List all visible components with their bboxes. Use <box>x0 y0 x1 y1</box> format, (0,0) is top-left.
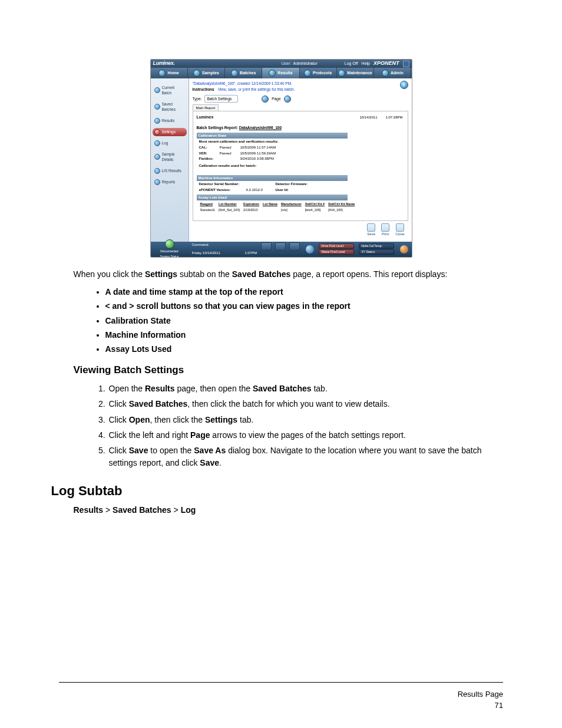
app-screenshot: Luminex. User: Administrator Log Off Hel… <box>150 59 412 258</box>
tab-label: Samples <box>202 70 219 76</box>
window-control-icon[interactable] <box>403 61 409 67</box>
fluid-level-pill: Drive Fluid Level: <box>319 243 354 249</box>
instructions-text: View, save, or print the settings for th… <box>218 87 295 92</box>
user-label: User: <box>282 61 292 67</box>
step-item: Open the Results page, then open the Sav… <box>108 383 489 394</box>
section-calibration-header: Calibration State <box>197 133 348 139</box>
sidebar-item-current-batch[interactable]: Current Batch <box>153 84 187 97</box>
footer-page-number: 71 <box>458 700 503 711</box>
tab-icon <box>231 70 238 77</box>
tab-batches[interactable]: Batches <box>225 68 262 78</box>
assay-cell <box>263 208 280 213</box>
assay-col-header: Lot Name <box>263 202 280 207</box>
info-icon[interactable]: i <box>400 81 408 89</box>
sidebar-item-saved-batches[interactable]: Saved Batches <box>153 100 187 114</box>
tab-samples[interactable]: Samples <box>188 68 225 78</box>
report-title-batch: DataAnalysisInit96_100 <box>239 126 282 130</box>
main-panel: i "DataAnalysisInit96_100", created 12/1… <box>189 78 412 242</box>
eject-button[interactable] <box>289 242 300 251</box>
machine-row: Detector Serial Number:Detector Firmware… <box>199 182 404 187</box>
sidebar-label: Settings <box>162 129 176 134</box>
assay-col-header: Std/Ctrl Kit Name <box>328 202 357 207</box>
titlebar: Luminex. User: Administrator Log Off Hel… <box>151 60 412 68</box>
sidebar-label: Current Batch <box>162 85 185 96</box>
sidebar-icon <box>154 140 160 146</box>
sidebar-icon <box>154 154 160 160</box>
bullet-item: Calibration State <box>105 315 489 327</box>
sidebar-label: LIS Results <box>162 168 181 173</box>
status-pill: XY Status: <box>359 249 394 255</box>
tab-label: Results <box>277 70 292 76</box>
tab-label: Admin <box>391 70 404 76</box>
bullet-item: Assay Lots Used <box>105 343 489 355</box>
bullet-item: Machine Information <box>105 329 489 341</box>
command-label: Command: <box>192 242 209 251</box>
main-tabs: HomeSamplesBatchesResultsProtocolsMainte… <box>151 68 412 78</box>
user-value: Administrator <box>293 61 318 67</box>
sidebar-item-lis-results[interactable]: LIS Results <box>153 167 187 175</box>
type-select[interactable]: Batch Settings <box>204 95 238 103</box>
assay-cell: [Kit4_Std_100] <box>219 208 242 213</box>
system-status-label: System Status <box>160 255 178 258</box>
sidebar-icon <box>154 179 160 185</box>
sidebar-item-settings[interactable]: Settings <box>153 128 187 136</box>
section-machine-header: Machine Information <box>197 175 348 182</box>
assay-col-header: Manufacturer <box>281 202 304 207</box>
sidebar-label: Saved Batches <box>162 101 185 113</box>
bullet-item: < and > scroll buttons so that you can v… <box>105 300 489 312</box>
status-ok-icon <box>165 239 174 249</box>
page-prev-button[interactable] <box>262 95 269 103</box>
save-button[interactable]: Save <box>367 223 375 237</box>
report-time: 1:07:28PM <box>385 115 402 120</box>
tab-label: Batches <box>240 70 256 76</box>
tab-label: Maintenance <box>347 70 372 76</box>
logoff-link[interactable]: Log Off <box>345 61 358 67</box>
machine-row: xPONENT Version:4.2.1012.0User Id: <box>199 187 404 193</box>
assay-cell: [n/a] <box>281 208 304 213</box>
tab-results[interactable]: Results <box>262 68 299 78</box>
page-footer: Results Page 71 <box>458 689 503 711</box>
sidebar-item-reports[interactable]: Reports <box>153 178 187 186</box>
tab-icon <box>304 70 311 77</box>
calibration-sub: Most recent calibration and verification… <box>199 139 404 144</box>
breadcrumb: Results > Saved Batches > Log <box>74 504 489 516</box>
bullet-item: A date and time stamp at the top of the … <box>105 286 489 298</box>
section-heading-log-subtab: Log Subtab <box>51 482 489 500</box>
brand-logo: Luminex. <box>153 60 175 67</box>
tab-protocols[interactable]: Protocols <box>300 68 337 78</box>
sidebar-item-results[interactable]: Results <box>153 117 187 125</box>
sidebar-item-log[interactable]: Log <box>153 139 187 147</box>
status-time: 1:07PM <box>245 251 257 255</box>
assay-col-header: Std/Ctrl Kit # <box>305 202 327 207</box>
page-next-button[interactable] <box>284 95 291 103</box>
intro-bullets: A date and time stamp at the top of the … <box>74 286 489 355</box>
sidebar-icon <box>154 87 160 93</box>
step-item: Click Open, then click the Settings tab. <box>108 414 489 426</box>
page-label: Page <box>272 96 280 101</box>
button-label: Save <box>367 232 375 237</box>
section-assay-header: Assay Lots Used <box>197 195 348 201</box>
tab-label: Protocols <box>313 70 332 76</box>
stop-button[interactable] <box>261 242 272 251</box>
tab-icon <box>269 70 276 77</box>
eject-icon[interactable] <box>306 245 314 253</box>
pause-button[interactable] <box>275 242 286 251</box>
tab-icon <box>382 70 389 77</box>
assay-cell: [Kit4_100] <box>328 208 357 213</box>
assay-cell: [kits4_100] <box>305 208 327 213</box>
tab-admin[interactable]: Admin <box>374 68 411 78</box>
instructions-label: Instructions <box>193 87 214 92</box>
close-button[interactable]: Close <box>395 223 404 237</box>
tab-home[interactable]: Home <box>151 68 188 78</box>
tab-maintenance[interactable]: Maintenance <box>337 68 374 78</box>
sidebar-item-sample-details[interactable]: Sample Details <box>153 150 187 164</box>
assay-col-header: Expiration <box>243 202 262 207</box>
print-button[interactable]: Print <box>381 223 389 237</box>
help-link[interactable]: Help <box>362 61 370 67</box>
assay-table: ReagentLot NumberExpirationLot NameManuf… <box>199 201 359 214</box>
report-title-prefix: Batch Settings Report: <box>197 126 238 130</box>
sidebar-icon <box>154 104 160 110</box>
power-button[interactable] <box>400 245 408 253</box>
save-icon <box>367 223 375 232</box>
fluid-level-pill: Waste Fluid Level: <box>319 249 354 255</box>
